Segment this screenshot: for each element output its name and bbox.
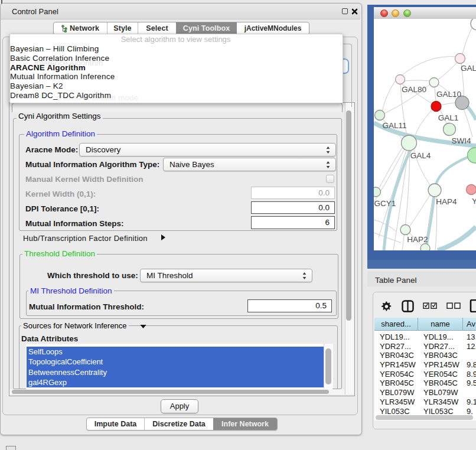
svg-text:GAL80: GAL80 (402, 85, 426, 94)
svg-text:HAP2: HAP2 (407, 235, 428, 244)
svg-text:SWI4: SWI4 (451, 136, 471, 145)
svg-text:YD: YD (472, 197, 476, 206)
svg-text:GCY1: GCY1 (374, 199, 396, 208)
svg-text:GAL4: GAL4 (410, 151, 431, 160)
svg-text:GAL11: GAL11 (382, 121, 406, 130)
svg-text:GAL7: GAL7 (461, 64, 476, 73)
svg-text:GAL10: GAL10 (436, 90, 461, 99)
svg-text:HAP4: HAP4 (436, 197, 457, 206)
svg-text:GAL1: GAL1 (438, 113, 459, 122)
